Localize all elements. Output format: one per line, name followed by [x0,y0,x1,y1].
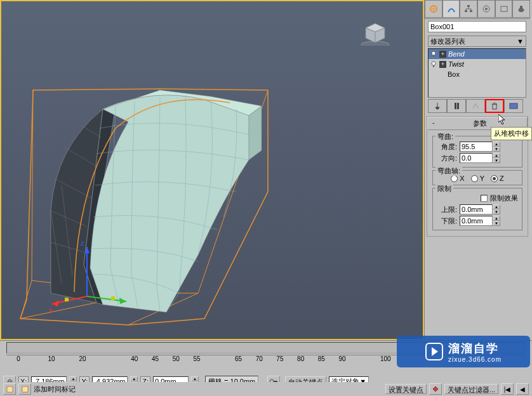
pin-stack-button[interactable] [428,99,447,113]
modifier-stack[interactable]: + Bend + Twist Box [428,48,526,98]
svg-rect-14 [470,10,472,12]
configure-sets-button[interactable] [504,99,523,113]
spinner-up[interactable]: ▲ [493,153,500,158]
lower-label: 下限: [437,216,457,226]
limit-effect-label: 限制效果 [490,194,518,203]
key-filter-button[interactable]: 关键点过滤器... [444,384,498,394]
spinner-up[interactable]: ▲ [493,216,500,221]
set-key-button[interactable]: 设置关键点 [385,384,427,394]
spinner-down[interactable]: ▼ [493,158,500,163]
svg-rect-5 [65,298,69,301]
time-tag-button[interactable] [18,383,31,395]
modifier-list-dropdown[interactable]: 修改器列表 ▼ [428,36,526,47]
svg-text:z: z [81,239,84,247]
axis-z-radio[interactable]: Z [491,175,504,182]
lower-input[interactable] [460,216,493,226]
angle-label: 角度: [437,142,457,152]
svg-rect-24 [493,104,496,109]
collapse-icon: - [429,119,435,128]
show-end-result-button[interactable] [447,99,466,113]
command-panel: 修改器列表 ▼ + Bend + Twist Box [424,0,530,340]
spinner-up[interactable]: ▲ [493,142,500,147]
svg-text:x: x [49,306,53,314]
script-listener-button[interactable] [3,383,16,395]
viewport-content: z x [1,1,425,341]
svg-point-18 [432,51,436,55]
viewport[interactable]: z x [0,0,424,340]
time-tick: 0 [17,355,20,362]
limit-group-label: 限制 [436,184,453,194]
time-tick: 45 [152,355,159,362]
stack-item-box[interactable]: Box [429,69,526,79]
svg-rect-21 [433,65,434,67]
spinner-up[interactable]: ▲ [69,376,77,381]
modify-tab[interactable] [442,0,460,18]
svg-point-16 [485,8,488,10]
svg-rect-22 [455,103,456,109]
time-tick: 55 [193,355,200,362]
spinner-down[interactable]: ▼ [493,209,500,214]
cursor-icon [498,114,506,124]
utilities-tab[interactable] [512,0,530,18]
make-unique-button[interactable] [466,99,485,113]
object-name-input[interactable] [428,21,526,32]
spinner-up[interactable]: ▲ [191,376,199,381]
viewcube[interactable] [359,20,391,46]
tooltip: 从堆栈中移 [491,127,532,140]
spinner-down[interactable]: ▼ [493,221,500,226]
time-tick: 80 [297,355,304,362]
stack-label: Bend [448,50,465,58]
upper-input[interactable] [460,204,493,214]
spinner-down[interactable]: ▼ [493,147,500,152]
upper-label: 上限: [437,205,457,214]
expand-icon[interactable]: + [439,51,446,58]
time-tick: 50 [173,355,180,362]
remove-modifier-button[interactable] [485,99,504,113]
time-tick: 75 [276,355,283,362]
svg-rect-8 [111,296,115,300]
bend-group-label: 弯曲: [436,132,455,142]
prev-frame-button[interactable]: ◀ [516,383,529,395]
svg-rect-19 [433,55,434,57]
time-tick: 100 [380,355,391,362]
add-time-tag-label[interactable]: 添加时间标记 [34,385,76,394]
bulb-icon [430,50,438,58]
goto-start-button[interactable]: |◀ [501,383,514,395]
direction-input[interactable] [460,153,493,163]
play-icon [425,343,443,360]
time-tick: 85 [318,355,325,362]
spinner-up[interactable]: ▲ [130,376,138,381]
axis-group-label: 弯曲轴: [436,166,462,176]
stack-item-bend[interactable]: + Bend [429,49,526,59]
direction-label: 方向: [437,154,457,163]
modifier-list-label: 修改器列表 [430,37,465,46]
display-tab[interactable] [495,0,513,18]
expand-icon[interactable]: + [439,61,446,68]
svg-rect-23 [457,103,459,109]
watermark-url: zixue.3d66.com [448,356,502,363]
axis-y-radio[interactable]: Y [471,175,484,182]
key-filters-icon-button[interactable] [429,383,442,395]
motion-tab[interactable] [477,0,495,18]
time-tick: 20 [79,355,86,362]
watermark: 溜溜自学 zixue.3d66.com [397,336,530,367]
time-tick: 90 [339,355,346,362]
svg-rect-12 [467,5,470,7]
limit-effect-checkbox[interactable] [481,195,488,202]
time-tick: 40 [131,355,138,362]
spinner-up[interactable]: ▲ [493,204,500,209]
svg-rect-17 [501,6,507,11]
bulb-icon [430,60,438,69]
time-tick: 65 [235,355,242,362]
svg-rect-25 [510,103,517,109]
hierarchy-tab[interactable] [460,0,477,18]
svg-rect-30 [22,386,28,392]
time-tick: 70 [256,355,263,362]
watermark-title: 溜溜自学 [448,341,502,356]
stack-label: Box [448,70,460,78]
time-tick: 10 [48,355,55,362]
angle-input[interactable] [460,142,493,152]
create-tab[interactable] [425,0,442,18]
stack-label: Twist [448,60,464,68]
stack-item-twist[interactable]: + Twist [429,59,526,69]
